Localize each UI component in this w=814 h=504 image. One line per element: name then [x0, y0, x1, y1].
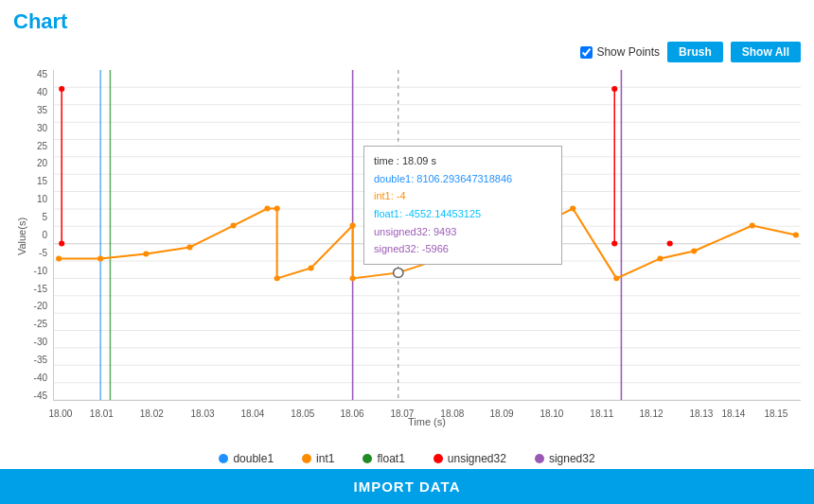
svg-point-52 — [793, 233, 799, 238]
legend-item-signed32: signed32 — [535, 452, 595, 465]
legend-item-double1: double1 — [219, 452, 274, 465]
legend-label-float1: float1 — [377, 452, 404, 465]
svg-point-45 — [483, 246, 488, 252]
svg-point-48 — [613, 275, 619, 281]
show-points-toggle[interactable]: Show Points — [580, 45, 660, 59]
svg-point-40 — [308, 265, 313, 270]
legend: double1 int1 float1 unsigned32 signed32 — [0, 446, 814, 469]
svg-point-39 — [274, 275, 280, 281]
show-points-checkbox[interactable] — [580, 46, 593, 59]
import-data-button[interactable]: IMPORT DATA — [0, 469, 814, 504]
legend-label-double1: double1 — [233, 452, 274, 465]
svg-point-33 — [97, 255, 103, 261]
show-points-label-text: Show Points — [596, 45, 660, 59]
svg-point-34 — [143, 251, 149, 256]
app: Chart Show Points Brush Show All Value(s… — [0, 0, 814, 504]
y-axis-label: Value(s) — [16, 217, 27, 255]
show-all-button[interactable]: Show All — [731, 42, 801, 62]
svg-point-36 — [230, 223, 236, 229]
svg-rect-0 — [54, 70, 801, 400]
svg-point-44 — [439, 255, 445, 261]
legend-label-int1: int1 — [316, 452, 334, 465]
controls-bar: Show Points Brush Show All — [0, 38, 814, 66]
x-axis-label: Time (s) — [53, 412, 801, 429]
svg-point-46 — [526, 228, 532, 234]
chart-container: Value(s) 45 40 35 30 25 20 15 10 5 0 -5 … — [13, 70, 801, 429]
legend-item-float1: float1 — [363, 452, 404, 465]
svg-point-31 — [667, 240, 673, 246]
legend-dot-double1 — [219, 454, 228, 463]
svg-point-50 — [691, 248, 697, 253]
header: Chart — [0, 0, 814, 38]
legend-label-signed32: signed32 — [549, 452, 595, 465]
svg-point-41 — [350, 223, 356, 229]
legend-item-int1: int1 — [302, 452, 334, 465]
svg-point-49 — [657, 255, 663, 261]
legend-item-unsigned32: unsigned32 — [434, 452, 506, 465]
svg-point-42 — [350, 275, 356, 281]
svg-point-26 — [59, 86, 64, 92]
legend-dot-int1 — [302, 454, 311, 463]
svg-point-51 — [750, 223, 755, 229]
chart-area: Value(s) 45 40 35 30 25 20 15 10 5 0 -5 … — [0, 66, 814, 446]
svg-point-30 — [611, 240, 617, 246]
legend-dot-signed32 — [535, 454, 544, 463]
svg-point-35 — [186, 244, 192, 250]
svg-point-37 — [264, 206, 270, 212]
svg-point-38 — [274, 206, 280, 212]
svg-point-53 — [394, 268, 403, 277]
svg-point-29 — [611, 86, 617, 92]
brush-button[interactable]: Brush — [667, 42, 723, 62]
legend-label-unsigned32: unsigned32 — [448, 452, 506, 465]
svg-point-47 — [570, 206, 575, 212]
y-axis: 45 40 35 30 25 20 15 10 5 0 -5 -10 -15 -… — [28, 70, 51, 401]
legend-dot-unsigned32 — [434, 454, 443, 463]
svg-point-32 — [56, 255, 62, 261]
plot-area[interactable] — [53, 70, 801, 401]
legend-dot-float1 — [363, 454, 372, 463]
chart-svg — [54, 70, 801, 400]
svg-point-27 — [59, 240, 64, 246]
page-title: Chart — [13, 9, 801, 34]
